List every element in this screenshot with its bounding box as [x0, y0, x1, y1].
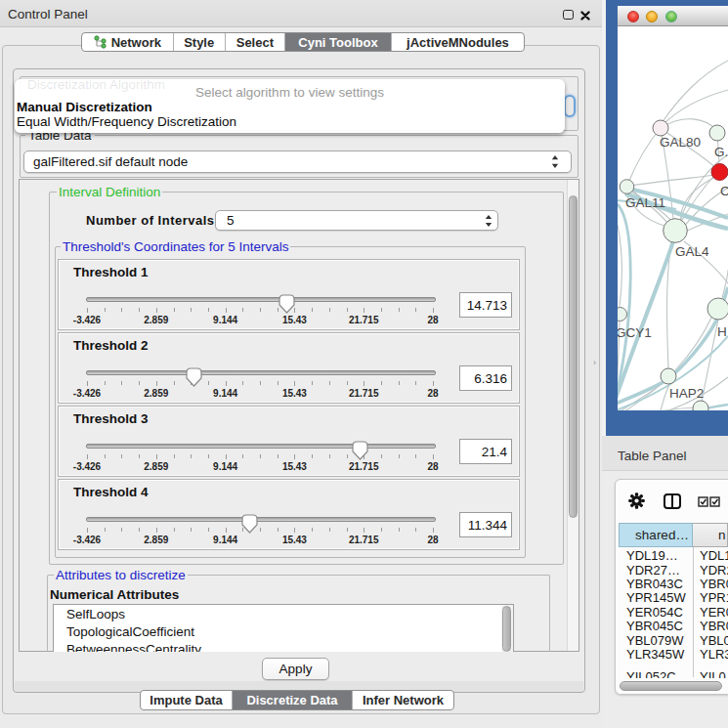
svg-text:G.: G. [714, 145, 728, 159]
svg-text:C: C [720, 184, 728, 198]
svg-text:GAL80: GAL80 [660, 135, 701, 150]
svg-text:GAL11: GAL11 [625, 195, 665, 210]
svg-text:H: H [717, 324, 727, 339]
svg-text:GAL4: GAL4 [675, 244, 709, 259]
svg-text:HAP2: HAP2 [669, 386, 704, 401]
svg-text:GCY1: GCY1 [618, 325, 652, 340]
